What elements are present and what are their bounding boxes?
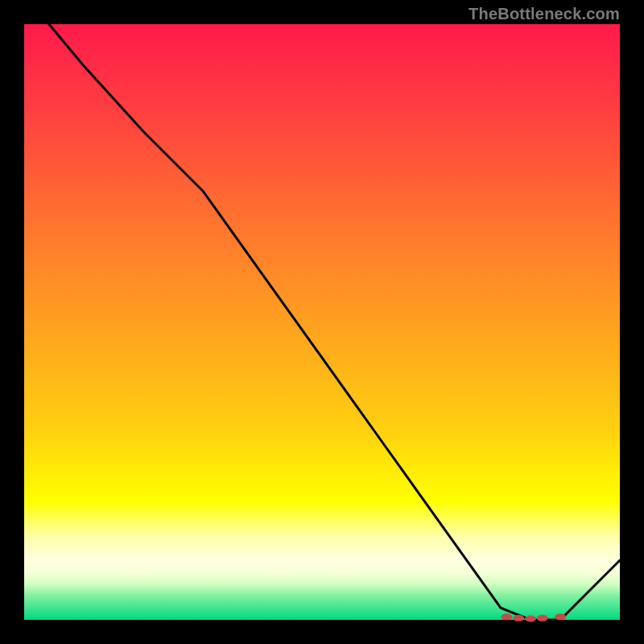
optimal-marker-dot — [555, 613, 566, 620]
optimal-marker-dot — [501, 613, 512, 620]
optimal-marker-dot — [513, 615, 524, 621]
chart-overlay — [24, 24, 620, 620]
bottleneck-curve-line — [24, 0, 620, 620]
chart-container: TheBottleneck.com — [0, 0, 644, 644]
watermark-text: TheBottleneck.com — [469, 5, 620, 23]
optimal-marker-dot — [525, 616, 536, 622]
optimal-marker-dot — [537, 615, 548, 621]
